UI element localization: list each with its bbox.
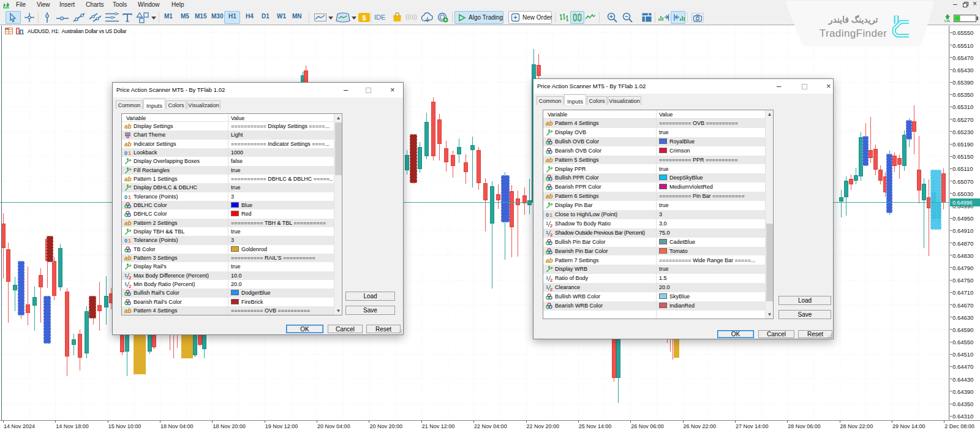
svg-text:0: 0 xyxy=(124,194,127,200)
svg-text:2: 2 xyxy=(129,274,131,280)
svg-text:0: 0 xyxy=(124,238,127,244)
svg-text:ab: ab xyxy=(124,141,132,148)
svg-text:2: 2 xyxy=(550,222,552,228)
svg-text:1: 1 xyxy=(128,238,131,244)
svg-text:1: 1 xyxy=(546,229,548,235)
svg-text:ab: ab xyxy=(546,120,553,127)
svg-text:1: 1 xyxy=(128,150,131,156)
svg-text:ab: ab xyxy=(546,257,553,264)
svg-text:1: 1 xyxy=(124,281,127,287)
svg-text:LVL: LVL xyxy=(944,19,951,23)
svg-text:2: 2 xyxy=(550,287,552,292)
svg-text:0: 0 xyxy=(124,150,127,156)
svg-text:1: 1 xyxy=(546,284,548,290)
svg-text:ab: ab xyxy=(546,157,553,164)
svg-text:ab: ab xyxy=(546,193,553,200)
svg-text:ab: ab xyxy=(124,220,132,227)
svg-text:ab: ab xyxy=(124,123,132,130)
svg-text:ab: ab xyxy=(124,176,132,183)
svg-text:1: 1 xyxy=(128,194,131,200)
svg-text:1: 1 xyxy=(124,272,127,277)
svg-text:ab: ab xyxy=(124,307,132,314)
svg-text:0: 0 xyxy=(546,212,549,218)
svg-text:1: 1 xyxy=(546,275,548,281)
svg-text:ab: ab xyxy=(124,255,132,262)
svg-text:1: 1 xyxy=(549,212,552,218)
svg-text:2: 2 xyxy=(129,284,131,289)
svg-text:2: 2 xyxy=(550,277,552,283)
svg-text:1: 1 xyxy=(546,220,548,225)
svg-text:2: 2 xyxy=(550,232,552,237)
